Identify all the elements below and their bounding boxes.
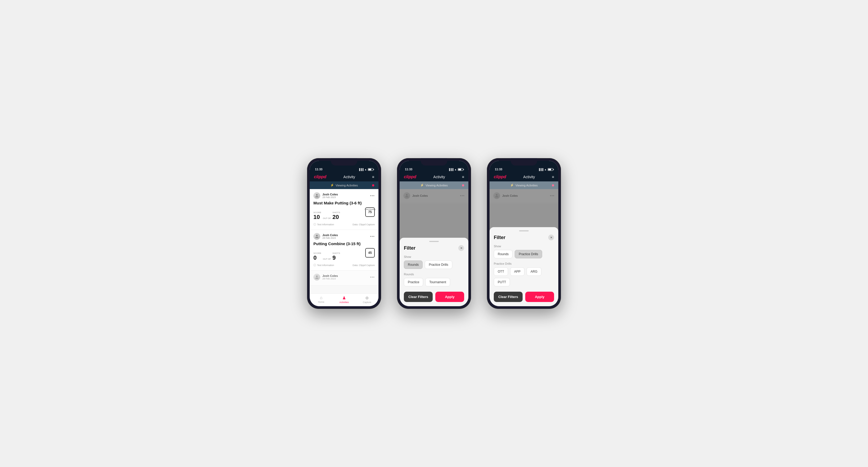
filter-btn-arg-3[interactable]: ARG xyxy=(527,267,541,276)
stat-score-value-1: 10 xyxy=(313,214,321,221)
card-title-2: Putting Combine (3-15 ft) xyxy=(313,242,375,246)
nav-menu-1[interactable]: ≡ xyxy=(372,175,374,179)
stat-shots-group-2: Shots 9 xyxy=(333,252,340,261)
card-dots-3[interactable]: ••• xyxy=(370,275,375,279)
user-name-3: Josh Coles xyxy=(322,274,338,277)
shot-quality-label-1: Shot Quality xyxy=(365,208,375,210)
viewing-dot-3 xyxy=(552,184,554,186)
avatar-inner-2 xyxy=(314,233,320,240)
activity-card-2: Josh Coles 28 Feb 2023 ••• Putting Combi… xyxy=(310,230,378,271)
filter-drills-buttons-3: OTT APP ARG PUTT xyxy=(494,267,554,286)
signal-icon-1: ▐▐▐ xyxy=(359,168,363,171)
filter-modal-3: Filter ✕ Show Rounds Practice Drills Pra… xyxy=(490,227,558,306)
stat-score-group-2: Score 0 xyxy=(313,252,321,261)
viewing-bar-2[interactable]: ⚡ Viewing Activities xyxy=(400,181,468,189)
stat-out-of-1: OUT OF xyxy=(323,217,331,219)
viewing-bar-3[interactable]: ⚡ Viewing Activities xyxy=(490,181,558,189)
nav-item-home-1[interactable]: ⌂ Home xyxy=(310,295,333,304)
nav-item-capture-1[interactable]: ⊕ Capture xyxy=(355,295,378,304)
filter-btn-tournament-2[interactable]: Tournament xyxy=(425,278,450,286)
avatar-inner-3 xyxy=(314,274,320,280)
avatar-2 xyxy=(313,233,320,240)
card-stats-2: Score 0 OUT OF Shots 9 45 xyxy=(313,248,375,261)
filter-actions-2: Clear Filters Apply xyxy=(404,292,464,302)
notch-2 xyxy=(421,158,447,165)
filter-rounds-buttons-2: Practice Tournament xyxy=(404,278,464,286)
card-footer-1: ⓘ Test Information Data: Clippd Capture xyxy=(313,223,375,226)
filter-btn-ott-3[interactable]: OTT xyxy=(494,267,508,276)
info-icon-2: ⓘ xyxy=(313,263,316,267)
filter-show-buttons-2: Rounds Practice Drills xyxy=(404,260,464,269)
filter-close-2[interactable]: ✕ xyxy=(458,245,464,251)
nav-logo-1: clippd xyxy=(314,175,327,179)
filter-header-2: Filter ✕ xyxy=(404,245,464,251)
filter-container-3: Josh Coles ••• Filter ✕ xyxy=(490,189,558,306)
stat-out-of-2: OUT OF xyxy=(323,258,331,260)
user-date-3: 28 Feb 2023 xyxy=(322,277,338,280)
card-header-1: Josh Coles 28 Feb 2023 ••• xyxy=(313,192,375,199)
wifi-icon-2: ▲ xyxy=(454,168,457,171)
stat-score-label-2: Score xyxy=(313,252,321,254)
shot-quality-badge-2: 45 xyxy=(365,248,375,257)
battery-icon-1 xyxy=(368,168,373,171)
filter-rounds-label-2: Rounds xyxy=(404,273,464,276)
nav-logo-3: clippd xyxy=(494,175,506,179)
user-info-3: Josh Coles 28 Feb 2023 xyxy=(322,274,338,280)
card-footer-left-1: ⓘ Test Information xyxy=(313,223,334,226)
footer-data-2: Data: Clippd Capture xyxy=(352,264,375,267)
filter-btn-putt-3[interactable]: PUTT xyxy=(494,278,510,286)
battery-fill-3 xyxy=(548,169,551,170)
viewing-bar-1[interactable]: ⚡ Viewing Activities xyxy=(310,181,378,189)
filter-show-buttons-3: Rounds Practice Drills xyxy=(494,250,554,258)
phone-1: 11:33 ▐▐▐ ▲ clippd Activity ≡ ⚡ Viewing … xyxy=(307,158,381,309)
filter-drills-label-3: Practice Drills xyxy=(494,262,554,265)
phone-2: 11:33 ▐▐▐ ▲ clippd Activity ≡ ⚡ Viewing … xyxy=(397,158,471,309)
filter-btn-practice-2[interactable]: Practice xyxy=(404,278,423,286)
filter-handle-2 xyxy=(429,241,439,242)
viewing-text-3: Viewing Activities xyxy=(516,184,538,187)
card-dots-1[interactable]: ••• xyxy=(370,193,375,198)
nav-item-activities-1[interactable]: ♟ Activities xyxy=(333,295,356,304)
nav-title-3: Activity xyxy=(523,175,535,179)
viewing-icon-2: ⚡ xyxy=(420,184,424,187)
card-header-3: Josh Coles 28 Feb 2023 ••• xyxy=(313,274,375,281)
clear-filters-button-2[interactable]: Clear Filters xyxy=(404,292,433,302)
shot-quality-value-1: 75 xyxy=(368,210,372,214)
avatar-svg-1 xyxy=(315,193,319,198)
filter-btn-practice-drills-2[interactable]: Practice Drills xyxy=(425,260,452,269)
wifi-icon-3: ▲ xyxy=(544,168,547,171)
status-time-3: 11:33 xyxy=(495,168,502,171)
svg-point-0 xyxy=(316,194,318,196)
nav-bar-1: clippd Activity ≡ xyxy=(310,173,378,181)
user-name-2: Josh Coles xyxy=(322,234,338,237)
user-date-2: 28 Feb 2023 xyxy=(322,237,338,239)
stat-shots-value-2: 9 xyxy=(333,254,340,261)
stat-shots-group-1: Shots 20 xyxy=(333,211,340,221)
filter-btn-rounds-2[interactable]: Rounds xyxy=(404,260,423,269)
viewing-dot-1 xyxy=(372,184,374,186)
home-icon-1: ⌂ xyxy=(320,295,323,300)
svg-point-2 xyxy=(316,276,318,277)
activities-icon-1: ♟ xyxy=(342,295,346,301)
filter-close-3[interactable]: ✕ xyxy=(548,235,554,240)
phone-1-screen: 11:33 ▐▐▐ ▲ clippd Activity ≡ ⚡ Viewing … xyxy=(310,161,378,306)
nav-title-1: Activity xyxy=(343,175,355,179)
card-dots-2[interactable]: ••• xyxy=(370,234,375,239)
activity-card-1: Josh Coles 28 Feb 2023 ••• Must Make Put… xyxy=(310,189,378,230)
shot-quality-value-2: 45 xyxy=(368,251,372,255)
footer-data-1: Data: Clippd Capture xyxy=(352,223,375,226)
filter-btn-rounds-3[interactable]: Rounds xyxy=(494,250,513,258)
avatar-svg-2 xyxy=(315,234,319,239)
filter-btn-app-3[interactable]: APP xyxy=(510,267,524,276)
nav-logo-2: clippd xyxy=(404,175,416,179)
home-label-1: Home xyxy=(318,301,324,303)
apply-button-2[interactable]: Apply xyxy=(435,292,464,302)
filter-actions-3: Clear Filters Apply xyxy=(494,292,554,302)
apply-button-3[interactable]: Apply xyxy=(525,292,554,302)
nav-menu-2[interactable]: ≡ xyxy=(462,175,464,179)
user-name-1: Josh Coles xyxy=(322,193,338,196)
clear-filters-button-3[interactable]: Clear Filters xyxy=(494,292,523,302)
nav-menu-3[interactable]: ≡ xyxy=(552,175,554,179)
filter-btn-practice-drills-3[interactable]: Practice Drills xyxy=(515,250,542,258)
filter-container-2: Josh Coles ••• Filter ✕ xyxy=(400,189,468,306)
